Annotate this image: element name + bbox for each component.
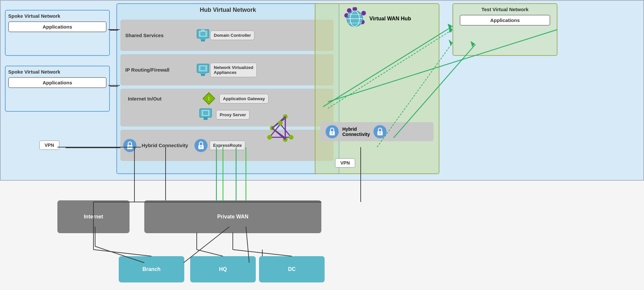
svg-rect-40 bbox=[204, 117, 208, 120]
shared-services-row: Shared Services Domain Controller bbox=[120, 20, 333, 51]
vpn-left-box: VPN bbox=[39, 141, 59, 150]
dc-label: DC bbox=[288, 266, 295, 272]
lock-icon-2 bbox=[194, 139, 208, 152]
svg-rect-34 bbox=[200, 66, 206, 70]
wan-hybrid-label: HybridConnectivity bbox=[342, 126, 370, 137]
hub-hybrid-label: Hybrid Connectivity bbox=[137, 143, 194, 148]
domain-controller-box: Domain Controller bbox=[210, 31, 254, 40]
application-gateway-label: Application Gateway bbox=[223, 96, 265, 101]
spoke-vnet-1: Spoke Virtual Network Applications bbox=[5, 10, 110, 56]
svg-point-67 bbox=[379, 132, 381, 134]
wan-hub: Virtual WAN Hub HybridConnectivity VPN bbox=[315, 3, 439, 174]
internet-label: Internet bbox=[84, 214, 103, 220]
svg-point-46 bbox=[200, 146, 202, 147]
proxy-server-box: Proxy Server bbox=[216, 110, 250, 120]
spoke-vnet-1-app: Applications bbox=[8, 21, 107, 32]
wan-hub-header: Virtual WAN Hub bbox=[315, 4, 439, 33]
svg-rect-25 bbox=[201, 30, 205, 31]
svg-rect-29 bbox=[200, 32, 206, 36]
test-vnet-app: Applications bbox=[460, 15, 550, 26]
expressroute-label: ExpressRoute bbox=[213, 143, 242, 148]
wan-hybrid-row: HybridConnectivity bbox=[320, 122, 433, 141]
network-appliances-box: Network VirtualizedAppliances bbox=[210, 63, 257, 77]
svg-point-64 bbox=[332, 132, 333, 134]
svg-rect-27 bbox=[201, 39, 205, 41]
spoke-vnet-2-app: Applications bbox=[8, 77, 107, 88]
branch-box: Branch bbox=[119, 256, 184, 282]
svg-rect-26 bbox=[200, 38, 206, 39]
cube-icon-internet bbox=[198, 107, 213, 122]
hub-hybrid-row: Hybrid Connectivity ExpressRoute bbox=[120, 130, 333, 161]
test-vnet: Test Virtual Network Applications bbox=[453, 3, 557, 56]
wan-hub-title: Virtual WAN Hub bbox=[370, 16, 411, 22]
branch-label: Branch bbox=[142, 266, 160, 272]
shared-services-label: Shared Services bbox=[120, 33, 196, 38]
ip-routing-row: IP Routing/Firewall Network VirtualizedA… bbox=[120, 54, 333, 85]
gateway-icon: ↕ bbox=[202, 91, 216, 106]
proxy-server-label: Proxy Server bbox=[220, 112, 246, 117]
svg-point-43 bbox=[129, 146, 131, 147]
hub-vnet-title: Hub Virtual Network bbox=[117, 4, 339, 16]
application-gateway-box: Application Gateway bbox=[219, 94, 269, 103]
network-appliances-label: Network VirtualizedAppliances bbox=[214, 65, 253, 75]
svg-text:↕: ↕ bbox=[208, 95, 211, 101]
dc-box: DC bbox=[259, 256, 325, 282]
hq-label: HQ bbox=[219, 266, 227, 272]
ip-routing-label: IP Routing/Firewall bbox=[120, 67, 196, 73]
vpn-left-label: VPN bbox=[45, 143, 54, 148]
svg-rect-32 bbox=[201, 74, 205, 76]
hq-box: HQ bbox=[190, 256, 256, 282]
wan-lock-icon-2 bbox=[373, 125, 387, 139]
internet-inout-label: Internet In/Out bbox=[123, 96, 198, 101]
vpn-right-box: VPN bbox=[335, 158, 355, 167]
domain-controller-label: Domain Controller bbox=[214, 33, 251, 38]
private-wan-box: Private WAN bbox=[144, 200, 321, 233]
svg-rect-31 bbox=[200, 73, 206, 74]
internet-box: Internet bbox=[57, 200, 130, 233]
test-vnet-title: Test Virtual Network bbox=[453, 4, 557, 15]
spoke-vnet-1-title: Spoke Virtual Network bbox=[8, 13, 107, 19]
monitor-icon-1 bbox=[196, 28, 210, 43]
internet-inout-row: Internet In/Out ↕ Application Gateway Pr… bbox=[120, 89, 333, 126]
lock-icon-1 bbox=[123, 139, 137, 152]
monitor-icon-2 bbox=[196, 63, 210, 77]
spoke-vnet-2-title: Spoke Virtual Network bbox=[8, 69, 107, 75]
svg-rect-39 bbox=[203, 111, 208, 115]
wan-lock-icon-1 bbox=[325, 125, 339, 139]
vpn-right-label: VPN bbox=[340, 160, 350, 166]
private-wan-label: Private WAN bbox=[217, 214, 248, 220]
globe-icon bbox=[343, 7, 366, 30]
spoke-vnet-2: Spoke Virtual Network Applications bbox=[5, 66, 110, 112]
expressroute-box: ExpressRoute bbox=[210, 141, 245, 150]
hub-vnet: Hub Virtual Network Shared Services Doma… bbox=[116, 3, 339, 174]
